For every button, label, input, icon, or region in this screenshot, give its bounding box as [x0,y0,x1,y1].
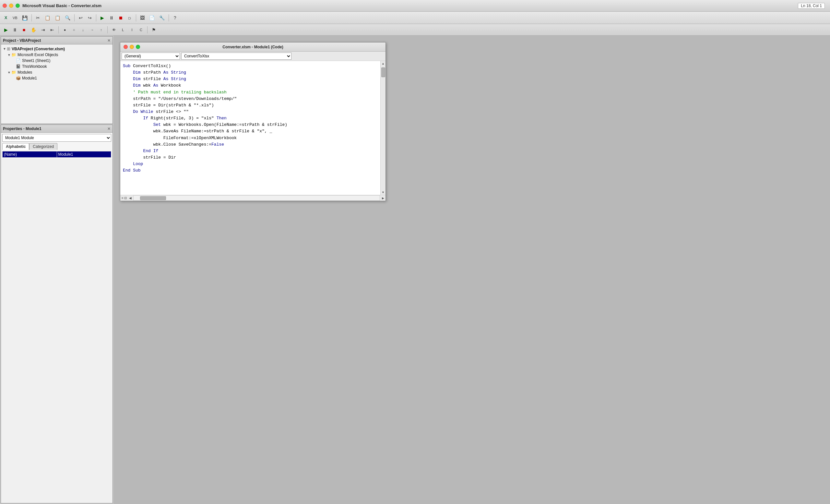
separator5 [168,14,169,22]
tree-label-modules: Modules [18,70,32,74]
properties-name-row: (Name) Module1 [3,152,111,158]
main-toolbar: X VB 💾 ✂ 📋 📋 🔍 ↩ ↪ ▶ ⏸ ⏹ ⟥ 🖼 📄 🔧 ? [0,12,830,24]
step-out-button[interactable]: ↑ [97,26,105,34]
properties-panel-close[interactable]: ✕ [107,127,110,131]
code-min-button[interactable] [130,45,134,49]
run-sub-button[interactable]: ▶ [2,26,10,34]
right-panel: Converter.xlsm - Module1 (Code) (General… [114,36,830,504]
separator [31,14,32,22]
scroll-right-arrow[interactable]: ▶ [381,196,385,200]
tree-label-thisworkbook: ThisWorkbook [22,64,47,69]
general-dropdown[interactable]: (General) [122,53,180,60]
project-panel-close[interactable]: ✕ [107,39,110,42]
watch-button[interactable]: 👁 [110,26,118,34]
minimize-button[interactable] [9,4,13,8]
title-bar: Microsoft Visual Basic - Converter.xlsm … [0,0,830,12]
pause2-button[interactable]: ⏸ [11,26,19,34]
immediate-button[interactable]: I [128,26,136,34]
properties-content: Module1 Module Alphabetic Categorized (N… [1,133,113,159]
bottom-icons: ≡ ⊟ [120,196,128,200]
code-window: Converter.xlsm - Module1 (Code) (General… [120,42,386,201]
vba-project-icon: ⊞ [7,46,10,51]
cursor-position: Ln 18, Col 1 [798,3,825,9]
scroll-up-arrow[interactable]: ▲ [382,61,385,66]
scroll-thumb[interactable] [381,67,385,77]
project-panel-title: Project - VBAProject [3,38,41,43]
find-button[interactable]: 🔍 [63,13,72,22]
scroll-down-arrow[interactable]: ▼ [382,190,385,195]
tree-item-vbaproject[interactable]: ▼ ⊞ VBAProject (Converter.xlsm) [1,46,113,52]
name-value: Module1 [57,152,111,158]
properties-tabs: Alphabetic Categorized [2,143,111,150]
tree-item-modules[interactable]: ▼ 📁 Modules [1,69,113,75]
callstack-button[interactable]: C [137,26,145,34]
vba-icon[interactable]: VB [11,13,19,22]
copy-button[interactable]: 📋 [43,13,52,22]
code-window-controls[interactable] [124,45,140,49]
separator2 [74,14,74,22]
project-panel: Project - VBAProject ✕ ▼ ⊞ VBAProject (C… [1,36,113,124]
tree-label-module1: Module1 [22,76,37,81]
proc-view-icon[interactable]: ≡ [122,196,124,200]
tree-label-excel-objects: Microsoft Excel Objects [18,53,58,57]
separator6 [58,26,59,33]
hscroll-thumb[interactable] [140,196,166,200]
outdent-button[interactable]: ⇤ [48,26,56,34]
expand-icon: ▼ [2,47,7,51]
properties-panel: Properties - Module1 ✕ Module1 Module Al… [1,125,113,503]
code-close-button[interactable] [124,45,128,49]
code-window-title: Converter.xlsm - Module1 (Code) [120,45,385,49]
hand-button[interactable]: ✋ [29,26,38,34]
design-mode-button[interactable]: ⟥ [126,13,134,22]
pause-button[interactable]: ⏸ [108,13,116,22]
undo-button[interactable]: ↩ [77,13,85,22]
toggle-bkpt-button[interactable]: ● [61,26,69,34]
vertical-scrollbar[interactable]: ▲ ▼ [380,61,385,195]
locals-button[interactable]: L [119,26,127,34]
tree-label-sheet1: Sheet1 (Sheet1) [22,58,50,63]
code-area: Sub ConvertToXlsx() Dim strPath As Strin… [120,61,385,195]
procedure-dropdown[interactable]: ConvertToXlsx [181,53,291,60]
scroll-left-arrow[interactable]: ◀ [128,196,133,200]
paste-button[interactable]: 📋 [53,13,62,22]
properties-panel-title: Properties - Module1 [3,126,41,131]
save-button[interactable]: 💾 [21,13,29,22]
userform-button[interactable]: 🖼 [138,13,146,22]
code-editor[interactable]: Sub ConvertToXlsx() Dim strPath As Strin… [120,61,380,195]
properties-selector[interactable]: Module1 Module [2,134,111,142]
help-button[interactable]: ? [171,13,179,22]
cut-button[interactable]: ✂ [34,13,42,22]
excel-icon[interactable]: X [2,13,10,22]
redo-button[interactable]: ↪ [86,13,94,22]
step-over-button[interactable]: → [88,26,96,34]
module-button[interactable]: 📄 [148,13,156,22]
run-button[interactable]: ▶ [99,13,106,22]
step-into-button[interactable]: ↓ [79,26,87,34]
project-tree[interactable]: ▼ ⊞ VBAProject (Converter.xlsm) ▼ 📁 Micr… [1,44,113,124]
clear-bkpt-button[interactable]: ○ [70,26,78,34]
properties-table: (Name) Module1 [2,151,111,158]
stop2-button[interactable]: ■ [20,26,28,34]
tree-item-thisworkbook[interactable]: 📓 ThisWorkbook [1,64,113,69]
sheet-icon: 📄 [16,58,21,63]
class-button[interactable]: 🔧 [158,13,166,22]
tab-alphabetic[interactable]: Alphabetic [2,143,29,150]
project-panel-header: Project - VBAProject ✕ [1,37,113,44]
horizontal-scrollbar[interactable] [133,195,380,201]
stop-button[interactable]: ⏹ [117,13,125,22]
tab-categorized[interactable]: Categorized [29,143,57,150]
tree-item-module1[interactable]: 📦 Module1 [1,75,113,81]
module-view-icon[interactable]: ⊟ [124,196,127,200]
tree-item-excel-objects[interactable]: ▼ 📁 Microsoft Excel Objects [1,52,113,58]
left-panel: Project - VBAProject ✕ ▼ ⊞ VBAProject (C… [0,36,114,504]
indent-button[interactable]: ⇥ [39,26,47,34]
flag-button[interactable]: ⚑ [150,26,158,34]
folder-icon: 📁 [11,53,16,57]
zoom-button[interactable] [15,4,20,8]
tree-item-sheet1[interactable]: 📄 Sheet1 (Sheet1) [1,58,113,64]
app-title: Microsoft Visual Basic - Converter.xlsm [22,3,101,8]
properties-panel-header: Properties - Module1 ✕ [1,125,113,133]
code-max-button[interactable] [136,45,140,49]
window-controls[interactable] [0,4,22,8]
close-button[interactable] [3,4,7,8]
